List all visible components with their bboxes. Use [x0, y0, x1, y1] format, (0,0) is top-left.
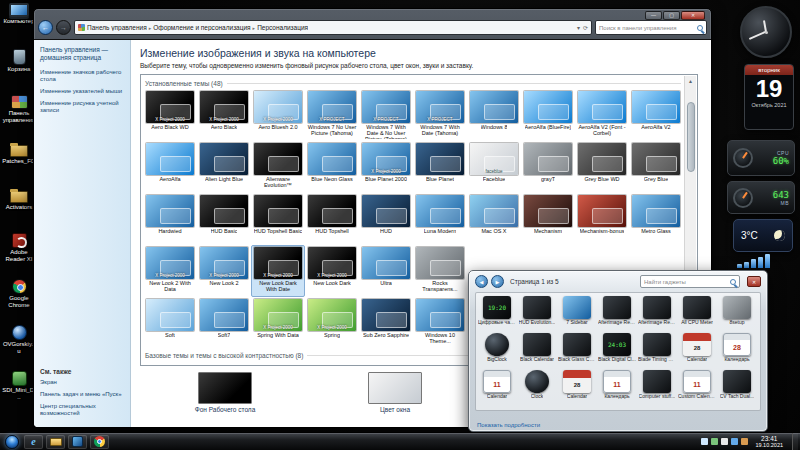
gadget-searchbox[interactable] — [640, 275, 740, 288]
gadget-item[interactable]: 28 Calendar — [557, 370, 597, 407]
gadget-item[interactable]: 7 Sidebar — [557, 296, 597, 333]
network-gadget[interactable] — [733, 254, 793, 268]
back-button[interactable]: ← — [38, 20, 53, 35]
gadget-item[interactable]: Afterimage Reso... — [597, 296, 637, 333]
clock-gadget[interactable] — [740, 6, 792, 58]
gadget-item[interactable]: Black Glass CPU... — [557, 333, 597, 370]
theme-item[interactable]: Grey Blue WD — [575, 141, 629, 193]
tray-icon[interactable] — [741, 438, 748, 445]
search-input[interactable] — [599, 25, 697, 31]
desktop-icon[interactable]: SDI_Mini_D... — [1, 371, 37, 413]
sidebar-link[interactable]: Изменение значков рабочего стола — [40, 69, 125, 83]
breadcrumb[interactable]: Панель управленияОформление и персонализ… — [74, 20, 592, 35]
theme-item[interactable]: X PROJECT Windows 7 No User Picture (Tah… — [305, 89, 359, 141]
tray-icon[interactable] — [721, 438, 728, 445]
maximize-icon[interactable]: ▢ — [663, 11, 680, 20]
sidebar-home-link[interactable]: Панель управления — домашняя страница — [40, 46, 125, 61]
theme-item[interactable]: Mechanism-bonus — [575, 193, 629, 245]
theme-item[interactable]: Mechanism — [521, 193, 575, 245]
theme-item[interactable]: AeroAlfa V2 — [629, 89, 683, 141]
theme-item[interactable]: Blue Neon Glass — [305, 141, 359, 193]
breadcrumb-item[interactable]: Оформление и персонализация — [153, 24, 257, 31]
show-details-link[interactable]: Показать подробности — [477, 422, 540, 428]
theme-item[interactable]: HUD Topshell — [305, 193, 359, 245]
breadcrumb-item[interactable]: Персонализация — [257, 24, 308, 31]
gadget-search-input[interactable] — [644, 279, 730, 285]
gadget-item[interactable]: HUD Evolution... — [517, 296, 557, 333]
theme-item[interactable]: Mac OS X — [467, 193, 521, 245]
ram-meter-gadget[interactable]: 643 MB — [727, 181, 795, 214]
see-also-link[interactable]: Центр специальных возможностей — [40, 403, 125, 417]
theme-item[interactable]: X Project 2000 New Look Dark With Date — [251, 245, 305, 297]
theme-item[interactable]: Windows 10 Theme... — [413, 297, 467, 349]
theme-item[interactable]: Soft7 — [197, 297, 251, 349]
desktop-icon[interactable]: Activators — [1, 187, 37, 229]
theme-item[interactable]: Soft — [143, 297, 197, 349]
theme-item[interactable]: Metro Glass — [629, 193, 683, 245]
theme-item[interactable]: X Project 2000 Aero Black — [197, 89, 251, 141]
theme-item[interactable]: Rocks Transparens... — [413, 245, 467, 297]
theme-item[interactable]: faceblue Faceblue — [467, 141, 521, 193]
taskbar-button[interactable] — [90, 435, 109, 449]
desktop-icon[interactable]: Панель управления — [1, 95, 37, 137]
tray-icon[interactable] — [711, 438, 718, 445]
page-next-button[interactable]: ▶ — [491, 275, 504, 288]
see-also-link[interactable]: Панель задач и меню «Пуск» — [40, 391, 125, 398]
gadget-item[interactable]: 11 Календарь — [597, 370, 637, 407]
control-panel-searchbox[interactable] — [595, 20, 707, 35]
gadget-item[interactable]: 11 Custom Calendar — [677, 370, 717, 407]
scrollbar-thumb[interactable] — [687, 102, 695, 172]
gadget-item[interactable]: 8setup — [717, 296, 757, 333]
gadget-item[interactable]: 19:20 Цифровые часы... — [477, 296, 517, 333]
theme-item[interactable]: grayT — [521, 141, 575, 193]
breadcrumb-item[interactable]: Панель управления — [87, 24, 153, 31]
desktop-icon[interactable]: OVGorskiy.ru — [1, 325, 37, 367]
gadget-item[interactable]: 28 Calendar — [677, 333, 717, 370]
tray-icon[interactable] — [731, 438, 738, 445]
sidebar-link[interactable]: Изменение указателей мыши — [40, 88, 125, 95]
theme-item[interactable]: HUD Basic — [197, 193, 251, 245]
personalization-control[interactable]: Фон Рабочего стола — [140, 372, 310, 413]
theme-item[interactable]: X Project 2000 New Look 2 With Data — [143, 245, 197, 297]
gadget-item[interactable]: Clock — [517, 370, 557, 407]
gadget-item[interactable]: BigClock — [477, 333, 517, 370]
personalization-control[interactable]: Цвет окна — [310, 372, 480, 413]
desktop-icon[interactable]: Adobe Reader XI — [1, 233, 37, 275]
window-titlebar[interactable]: — ▢ ✕ ← → Панель управленияОформление и … — [34, 9, 711, 39]
gadget-item[interactable]: 28 Календарь — [717, 333, 757, 370]
calendar-gadget[interactable]: вторник 19 Октябрь 2021 — [744, 64, 794, 130]
start-button[interactable] — [5, 435, 19, 449]
theme-item[interactable]: X Project 2000 Blue Planet 2000 — [359, 141, 413, 193]
theme-item[interactable]: X Project 2000 Aero Black WD — [143, 89, 197, 141]
taskbar-button[interactable] — [46, 435, 65, 449]
theme-item[interactable]: X Project 2000 Spring With Data — [251, 297, 305, 349]
theme-item[interactable]: AeroAlfa (BlueFire) — [521, 89, 575, 141]
theme-item[interactable]: Grey Blue — [629, 141, 683, 193]
refresh-icon[interactable]: ⟳ — [583, 24, 588, 31]
gadget-item[interactable]: Blade Timing Cl... — [637, 333, 677, 370]
forward-button[interactable]: → — [56, 20, 71, 35]
page-prev-button[interactable]: ◀ — [475, 275, 488, 288]
gallery-close-icon[interactable]: ✕ — [747, 276, 761, 287]
theme-item[interactable]: X Project 2000 Spring — [305, 297, 359, 349]
theme-item[interactable]: Luna Modern — [413, 193, 467, 245]
close-icon[interactable]: ✕ — [681, 11, 705, 20]
desktop-icon[interactable]: Google Chrome — [1, 279, 37, 321]
desktop-icon[interactable]: Компьютер — [1, 3, 37, 45]
taskbar-clock[interactable]: 23:41 19.10.2021 — [755, 435, 783, 449]
gadget-item[interactable]: 11 Calendar — [477, 370, 517, 407]
theme-item[interactable]: X Project 2000 New Look Dark — [305, 245, 359, 297]
theme-item[interactable]: Sub Zero Sapphire — [359, 297, 413, 349]
theme-item[interactable]: Windows 8 — [467, 89, 521, 141]
dropdown-icon[interactable]: ▾ — [577, 24, 580, 31]
minimize-icon[interactable]: — — [645, 11, 662, 20]
taskbar-button[interactable] — [24, 435, 43, 449]
gadget-item[interactable]: Afterimage Reso... — [637, 296, 677, 333]
show-desktop-button[interactable] — [792, 433, 798, 450]
theme-item[interactable]: Blue Planet — [413, 141, 467, 193]
scroll-up-icon[interactable]: ▲ — [688, 76, 693, 86]
tray-icon[interactable] — [701, 438, 708, 445]
theme-item[interactable]: HUD Topshell Basic — [251, 193, 305, 245]
desktop-icon[interactable]: Patches_F0I — [1, 141, 37, 183]
theme-item[interactable]: X Project 2000 Aero Bluesh 2.0 — [251, 89, 305, 141]
